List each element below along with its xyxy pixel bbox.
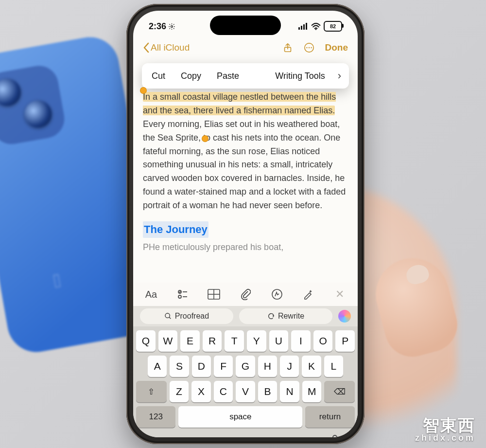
table-button[interactable]	[207, 287, 221, 302]
apple-logo-icon: 	[52, 269, 63, 292]
svg-point-9	[308, 47, 309, 48]
back-button[interactable]: All iCloud	[143, 42, 190, 53]
key-n[interactable]: N	[280, 381, 299, 402]
key-g[interactable]: G	[236, 356, 255, 377]
attachment-button[interactable]	[238, 287, 253, 302]
key-m[interactable]: M	[302, 381, 322, 402]
watermark: 智東西 zhidx.com	[415, 417, 475, 442]
key-v[interactable]: V	[236, 381, 255, 402]
checklist-button[interactable]	[175, 287, 190, 302]
svg-point-19	[165, 313, 170, 318]
backspace-key[interactable]: ⌫	[324, 381, 355, 402]
svg-rect-21	[333, 435, 337, 437]
selection-handle-start[interactable]	[140, 88, 146, 93]
key-u[interactable]: U	[269, 330, 289, 352]
keyboard-bottom-row: ☺	[136, 431, 355, 437]
key-z[interactable]: Z	[170, 381, 189, 402]
key-r[interactable]: R	[203, 330, 222, 352]
key-q[interactable]: Q	[136, 330, 156, 352]
rewrite-button[interactable]: Rewrite	[239, 308, 332, 324]
svg-rect-3	[303, 24, 305, 30]
done-button[interactable]: Done	[325, 42, 348, 53]
keyboard-row-3: ⇧ ZXCVBNM ⌫	[136, 381, 355, 402]
svg-point-13	[178, 295, 181, 298]
key-y[interactable]: Y	[247, 330, 266, 352]
keyboard-row-1: QWERTYUIOP	[136, 330, 355, 352]
rewrite-icon	[267, 312, 275, 320]
wifi-icon	[311, 23, 321, 30]
key-k[interactable]: K	[302, 356, 321, 377]
svg-rect-1	[298, 27, 300, 30]
key-e[interactable]: E	[180, 330, 200, 352]
key-c[interactable]: C	[214, 381, 233, 402]
status-bar: 2:36 82	[133, 17, 358, 36]
space-key[interactable]: space	[178, 406, 302, 428]
svg-line-20	[169, 317, 171, 319]
svg-point-0	[171, 25, 173, 27]
clock-text: 2:36	[149, 21, 166, 32]
close-toolbar-button[interactable]: ✕	[332, 287, 347, 302]
note-rest-text[interactable]: Every morning, Elias set out in his weat…	[143, 119, 346, 210]
key-a[interactable]: A	[148, 356, 167, 377]
apple-intelligence-icon[interactable]	[338, 310, 351, 323]
markup-button[interactable]	[270, 287, 284, 302]
writing-tools-bar: Proofread Rewrite	[133, 306, 358, 326]
numbers-key[interactable]: 123	[136, 406, 175, 428]
key-d[interactable]: D	[192, 356, 211, 377]
more-icon[interactable]	[304, 42, 314, 53]
note-paragraph[interactable]: In a small coastal village nestled betwe…	[143, 90, 348, 213]
ai-compose-button[interactable]	[301, 287, 315, 302]
share-icon[interactable]	[282, 42, 293, 53]
key-p[interactable]: P	[335, 330, 355, 352]
keyboard: QWERTYUIOP ASDFGHJKL ⇧ ZXCVBNM ⌫ 123 spa…	[133, 326, 358, 437]
key-s[interactable]: S	[170, 356, 189, 377]
key-h[interactable]: H	[258, 356, 277, 377]
note-body[interactable]: In a small coastal village nestled betwe…	[133, 60, 358, 283]
svg-point-8	[306, 47, 307, 48]
svg-point-10	[311, 47, 312, 48]
note-selected-text[interactable]: In a small coastal village nestled betwe…	[143, 92, 336, 115]
nav-bar: All iCloud Done	[133, 36, 358, 59]
key-j[interactable]: J	[280, 356, 299, 377]
note-paragraph-2[interactable]: PHe meticulously prepared his boat,	[143, 241, 348, 254]
key-t[interactable]: T	[225, 330, 244, 352]
svg-rect-2	[301, 26, 302, 30]
cellular-icon	[298, 23, 308, 30]
key-o[interactable]: O	[313, 330, 333, 352]
magnify-icon	[164, 312, 172, 320]
key-i[interactable]: I	[291, 330, 311, 352]
shift-key[interactable]: ⇧	[136, 381, 167, 402]
key-w[interactable]: W	[158, 330, 178, 352]
chevron-left-icon	[143, 42, 150, 53]
battery-indicator: 82	[324, 21, 342, 32]
screen: 2:36 82 All iCloud Done Cut Copy	[133, 11, 358, 437]
back-label: All iCloud	[151, 42, 190, 53]
note-heading[interactable]: The Journey	[143, 221, 208, 238]
gear-icon	[168, 23, 175, 30]
selection-handle-end[interactable]	[202, 136, 208, 142]
keyboard-row-2: ASDFGHJKL	[136, 356, 355, 377]
key-l[interactable]: L	[324, 356, 343, 377]
key-b[interactable]: B	[258, 381, 278, 402]
keyboard-row-4: 123 space return	[136, 406, 355, 428]
key-x[interactable]: X	[191, 381, 211, 402]
svg-rect-4	[306, 23, 307, 30]
text-style-button[interactable]: Aa	[144, 287, 158, 302]
format-toolbar: Aa ✕	[133, 283, 358, 306]
proofread-button[interactable]: Proofread	[140, 308, 233, 324]
svg-point-5	[315, 29, 317, 30]
iphone-device: 2:36 82 All iCloud Done Cut Copy	[126, 4, 364, 444]
return-key[interactable]: return	[305, 406, 355, 428]
key-f[interactable]: F	[214, 356, 233, 377]
